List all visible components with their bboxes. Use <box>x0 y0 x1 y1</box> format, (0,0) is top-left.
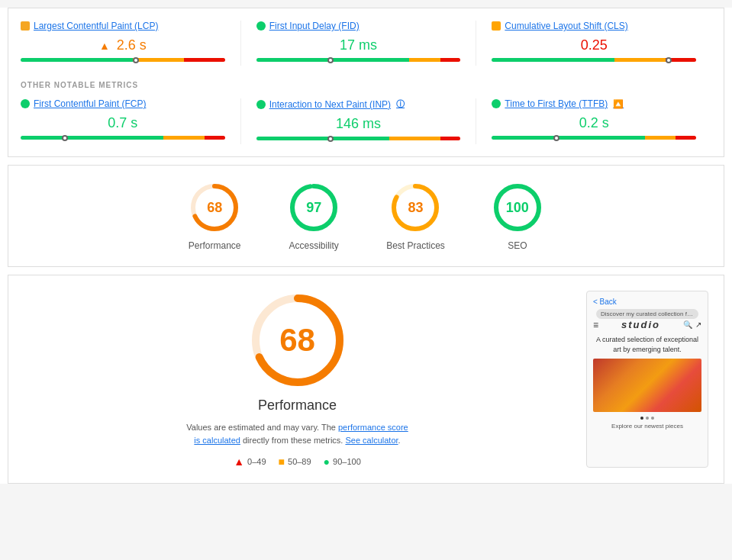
ttfb-title[interactable]: Time to First Byte (TTFB) 🔼 <box>492 98 696 109</box>
performance-score-item: 68 Performance <box>188 181 241 251</box>
inp-red <box>440 137 461 140</box>
fcp-marker <box>62 135 68 141</box>
inp-value: 146 ms <box>256 116 461 132</box>
other-metrics-label: OTHER NOTABLE METRICS <box>21 81 711 89</box>
scores-panel: 68 Performance 97 Accessibility <box>8 165 724 267</box>
mockup-nav: ≡ studio 🔍 ↗ <box>593 319 701 330</box>
disclaimer-text: Values are estimated and may vary. The p… <box>183 421 412 446</box>
detail-performance-label: Performance <box>258 397 337 414</box>
fcp-progress <box>21 136 225 143</box>
inp-indicator <box>256 100 266 109</box>
legend-average: ■ 50–89 <box>279 455 311 468</box>
lcp-track <box>21 58 225 62</box>
fcp-green <box>21 136 163 140</box>
fid-track <box>256 58 461 62</box>
ttfb-value: 0.2 s <box>492 115 696 131</box>
lcp-metric: Largest Contentful Paint (LCP) ▲ 2.6 s <box>21 21 241 66</box>
inp-track <box>256 137 461 140</box>
fid-progress <box>256 58 461 66</box>
other-metrics-row: First Contentful Paint (FCP) 0.7 s <box>21 98 711 144</box>
performance-circle: 68 <box>188 181 241 234</box>
mockup-share-icon[interactable]: ↗ <box>695 320 701 329</box>
ttfb-track <box>492 136 696 140</box>
lcp-value: ▲ 2.6 s <box>21 37 225 53</box>
fid-metric: First Input Delay (FID) 17 ms <box>241 21 477 66</box>
fcp-red <box>205 136 225 140</box>
score-legend: ▲ 0–49 ■ 50–89 ● 90–100 <box>234 455 361 468</box>
fcp-value: 0.7 s <box>21 115 225 131</box>
mockup-artwork-image <box>593 359 701 412</box>
fcp-title[interactable]: First Contentful Paint (FCP) <box>21 98 225 109</box>
ttfb-marker <box>553 135 559 141</box>
lcp-red <box>184 58 225 62</box>
fcp-indicator <box>21 99 30 108</box>
lcp-warning-icon: ▲ <box>99 40 110 52</box>
seo-score-label: SEO <box>508 240 527 251</box>
phone-mockup: < Back Discover my curated collection fr… <box>587 291 708 436</box>
fid-orange <box>409 58 440 62</box>
mockup-heading: A curated selection of exceptional art b… <box>593 335 701 354</box>
ttfb-green <box>492 136 645 140</box>
inp-metric: Interaction to Next Paint (INP) ⓘ 146 ms <box>241 98 477 144</box>
average-icon: ■ <box>279 455 285 468</box>
lcp-marker <box>133 57 139 63</box>
phone-mockup-panel: < Back Discover my curated collection fr… <box>586 291 708 468</box>
mockup-dots <box>593 417 701 420</box>
legend-pass: ● 90–100 <box>324 455 361 468</box>
inp-orange <box>389 137 440 140</box>
accessibility-score-value: 97 <box>306 200 321 216</box>
lcp-orange <box>133 58 184 62</box>
legend-fail: ▲ 0–49 <box>234 455 266 468</box>
main-container: Largest Contentful Paint (LCP) ▲ 2.6 s <box>0 8 732 484</box>
ttfb-progress <box>492 136 696 143</box>
cls-progress <box>492 58 696 66</box>
cls-green <box>492 58 614 62</box>
mockup-logo: studio <box>598 319 683 330</box>
best-practices-score-label: Best Practices <box>386 240 445 251</box>
performance-score-value: 68 <box>207 200 222 216</box>
ttfb-metric: Time to First Byte (TTFB) 🔼 0.2 s <box>476 98 711 144</box>
cls-value: 0.25 <box>492 37 696 53</box>
ttfb-indicator <box>492 99 501 108</box>
scores-row: 68 Performance 97 Accessibility <box>21 181 711 251</box>
fid-value: 17 ms <box>256 37 461 53</box>
fid-title[interactable]: First Input Delay (FID) <box>256 21 461 31</box>
mockup-footer: Explore our newest pieces <box>593 423 701 430</box>
best-practices-circle: 83 <box>389 181 442 234</box>
mockup-search-icon[interactable]: 🔍 <box>683 320 692 329</box>
fid-indicator <box>256 21 266 31</box>
fail-icon: ▲ <box>234 455 244 468</box>
detail-panel: 68 Performance Values are estimated and … <box>8 275 724 484</box>
fcp-orange <box>163 136 205 140</box>
cls-metric: Cumulative Layout Shift (CLS) 0.25 <box>476 21 711 66</box>
inp-green <box>256 137 389 140</box>
ttfb-info-icon: 🔼 <box>613 99 624 109</box>
lcp-indicator <box>21 21 30 31</box>
inp-progress <box>256 137 461 144</box>
inp-title[interactable]: Interaction to Next Paint (INP) ⓘ <box>256 98 461 110</box>
pass-icon: ● <box>324 455 330 468</box>
big-performance-value: 68 <box>279 322 315 359</box>
inp-marker <box>327 136 334 142</box>
lcp-progress <box>21 58 225 66</box>
best-practices-score-value: 83 <box>408 200 423 216</box>
calculator-link[interactable]: See calculator <box>345 436 398 445</box>
mockup-address-bar: Discover my curated collection from Luna… <box>596 309 698 319</box>
detail-left: 68 Performance Values are estimated and … <box>24 291 571 468</box>
mockup-back-button[interactable]: < Back <box>593 298 617 306</box>
core-vitals-panel: Largest Contentful Paint (LCP) ▲ 2.6 s <box>8 8 724 157</box>
performance-score-label: Performance <box>189 240 241 251</box>
accessibility-circle: 97 <box>287 181 340 234</box>
cls-title[interactable]: Cumulative Layout Shift (CLS) <box>492 21 696 31</box>
accessibility-score-label: Accessibility <box>289 240 338 251</box>
cls-orange <box>614 58 666 62</box>
ttfb-orange <box>645 136 676 140</box>
mockup-dot-2 <box>646 417 649 420</box>
cls-indicator <box>492 21 501 31</box>
mockup-dot-1 <box>640 417 643 420</box>
fcp-track <box>21 136 225 140</box>
cls-marker <box>666 57 672 63</box>
lcp-title[interactable]: Largest Contentful Paint (LCP) <box>21 21 225 31</box>
mockup-menu-icon[interactable]: ≡ <box>593 320 598 330</box>
seo-circle: 100 <box>491 181 544 234</box>
